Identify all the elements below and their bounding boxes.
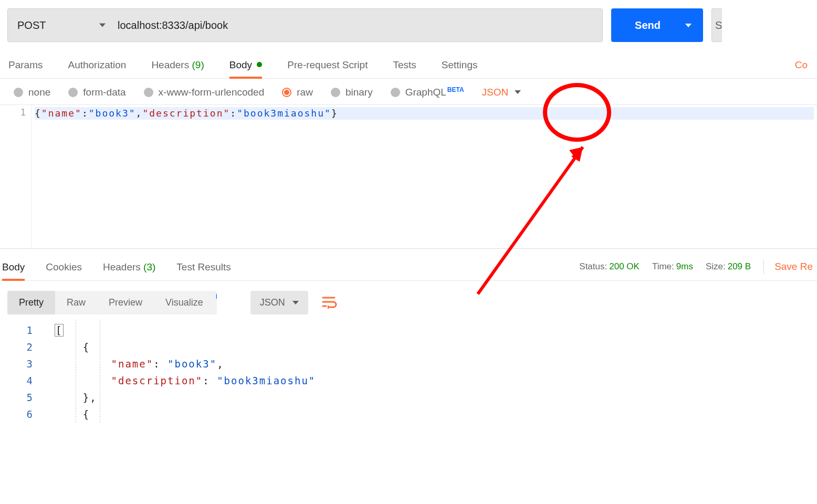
- save-button[interactable]: S: [711, 8, 722, 42]
- radio-icon: [68, 88, 78, 97]
- tab-body[interactable]: Body: [217, 52, 275, 78]
- line-number: 3: [0, 355, 34, 372]
- code-line[interactable]: {"name":"book3","description":"book3miao…: [35, 107, 814, 120]
- response-meta: Status:200 OK Time:9ms Size:209 B Save R…: [579, 259, 815, 280]
- line-number: 2: [0, 339, 34, 355]
- save-button-label: S: [715, 19, 722, 32]
- tab-tests[interactable]: Tests: [380, 52, 428, 78]
- status-label: Status:: [579, 261, 607, 271]
- tab-body-label: Body: [229, 59, 252, 70]
- tab-authorization[interactable]: Authorization: [55, 52, 139, 78]
- line-number: 1: [0, 322, 34, 339]
- code-line: {: [55, 406, 817, 423]
- response-size: Size:209 B: [706, 261, 751, 272]
- response-tab-headers-count: (3): [143, 261, 155, 272]
- view-visualize-label: Visualize: [165, 297, 203, 308]
- beta-badge: BETA: [216, 293, 217, 300]
- send-button-label: Send: [635, 19, 661, 32]
- body-type-label: binary: [345, 87, 373, 98]
- radio-icon: [14, 88, 23, 97]
- tab-pre-request-script[interactable]: Pre-request Script: [275, 52, 380, 78]
- body-type-form-data[interactable]: form-data: [68, 87, 125, 98]
- body-type-label: none: [28, 87, 50, 98]
- wrap-lines-button[interactable]: [318, 290, 342, 314]
- code-line: {: [55, 339, 817, 355]
- response-tab-cookies[interactable]: Cookies: [35, 254, 92, 280]
- chevron-down-icon: [292, 301, 299, 304]
- body-type-label: GraphQL: [405, 87, 446, 98]
- editor-code-area[interactable]: {"name":"book3","description":"book3miao…: [32, 105, 817, 248]
- request-tabs: Params Authorization Headers (9) Body Pr…: [0, 49, 817, 79]
- response-format-value: JSON: [260, 297, 285, 308]
- save-response-button[interactable]: Save Re: [763, 259, 813, 274]
- body-format-value: JSON: [482, 87, 509, 98]
- http-method-value: POST: [17, 19, 46, 32]
- view-preview-button[interactable]: Preview: [97, 291, 154, 314]
- time-value: 9ms: [676, 261, 693, 271]
- line-number: 4: [0, 372, 34, 389]
- code-line: },: [55, 389, 817, 406]
- tab-headers-count: (9): [192, 59, 204, 70]
- code-line: "name": "book3",: [55, 355, 817, 372]
- response-tabs: Body Cookies Headers (3) Test Results St…: [0, 248, 817, 281]
- response-tab-headers-label: Headers: [103, 261, 141, 272]
- body-type-graphql[interactable]: GraphQLBETA: [391, 86, 464, 98]
- line-number: 1: [0, 107, 26, 118]
- code-line: "description": "book3miaoshu": [55, 372, 817, 389]
- view-raw-button[interactable]: Raw: [55, 291, 97, 314]
- response-view-controls: Pretty Raw Preview Visualize BETA JSON: [0, 281, 817, 320]
- line-number: 6: [0, 406, 34, 423]
- editor-gutter: 1: [0, 105, 32, 248]
- tab-headers-label: Headers: [151, 59, 189, 70]
- response-view-mode-group: Pretty Raw Preview Visualize BETA: [7, 291, 217, 314]
- tab-headers[interactable]: Headers (9): [139, 52, 216, 78]
- response-status: Status:200 OK: [579, 261, 640, 272]
- request-body-editor[interactable]: 1 {"name":"book3","description":"book3mi…: [0, 105, 817, 248]
- body-type-label: form-data: [83, 87, 125, 98]
- body-type-raw[interactable]: raw: [282, 87, 313, 98]
- body-type-x-www-form-urlencoded[interactable]: x-www-form-urlencoded: [144, 87, 265, 98]
- chevron-down-icon: [515, 90, 521, 94]
- cookies-link[interactable]: Co: [793, 52, 810, 78]
- send-button[interactable]: Send: [611, 8, 703, 42]
- response-tab-headers[interactable]: Headers (3): [92, 254, 166, 280]
- response-format-select[interactable]: JSON: [250, 291, 308, 314]
- beta-badge: BETA: [447, 86, 464, 93]
- view-pretty-button[interactable]: Pretty: [7, 291, 55, 314]
- radio-icon: [144, 88, 153, 97]
- method-url-wrap: POST localhost:8333/api/book: [7, 8, 603, 42]
- body-type-none[interactable]: none: [14, 87, 50, 98]
- chevron-down-icon[interactable]: [685, 24, 692, 27]
- response-tab-body[interactable]: Body: [2, 254, 35, 280]
- tab-params[interactable]: Params: [7, 52, 55, 78]
- response-time: Time:9ms: [652, 261, 693, 272]
- line-number: 5: [0, 389, 34, 406]
- body-type-row: none form-data x-www-form-urlencoded raw…: [0, 79, 817, 105]
- chevron-down-icon: [99, 24, 106, 27]
- body-type-binary[interactable]: binary: [331, 87, 373, 98]
- radio-selected-icon: [282, 88, 291, 97]
- body-modified-indicator: [257, 62, 262, 67]
- request-url-value: localhost:8333/api/book: [118, 19, 228, 32]
- response-body-editor[interactable]: 1 2 3 4 5 6 [ { "name": "book3", "descri…: [0, 320, 817, 423]
- wrap-icon: [322, 296, 338, 309]
- body-type-label: x-www-form-urlencoded: [159, 87, 265, 98]
- size-value: 209 B: [728, 261, 751, 271]
- view-visualize-button[interactable]: Visualize: [154, 291, 217, 314]
- size-label: Size:: [706, 261, 726, 271]
- status-value: 200 OK: [609, 261, 640, 271]
- time-label: Time:: [652, 261, 674, 271]
- request-row: POST localhost:8333/api/book Send S: [0, 0, 817, 49]
- response-tab-test-results[interactable]: Test Results: [166, 254, 241, 280]
- body-type-label: raw: [297, 87, 313, 98]
- radio-icon: [391, 88, 400, 97]
- view-visualize-wrap: Visualize BETA: [154, 291, 217, 314]
- request-url-input[interactable]: localhost:8333/api/book: [107, 8, 603, 42]
- tab-settings[interactable]: Settings: [429, 52, 490, 78]
- radio-icon: [331, 88, 340, 97]
- body-format-select[interactable]: JSON: [482, 87, 521, 98]
- response-code-area[interactable]: [ { "name": "book3", "description": "boo…: [47, 320, 817, 423]
- code-line: [: [55, 322, 817, 339]
- response-gutter: 1 2 3 4 5 6: [0, 320, 47, 423]
- http-method-select[interactable]: POST: [7, 8, 115, 42]
